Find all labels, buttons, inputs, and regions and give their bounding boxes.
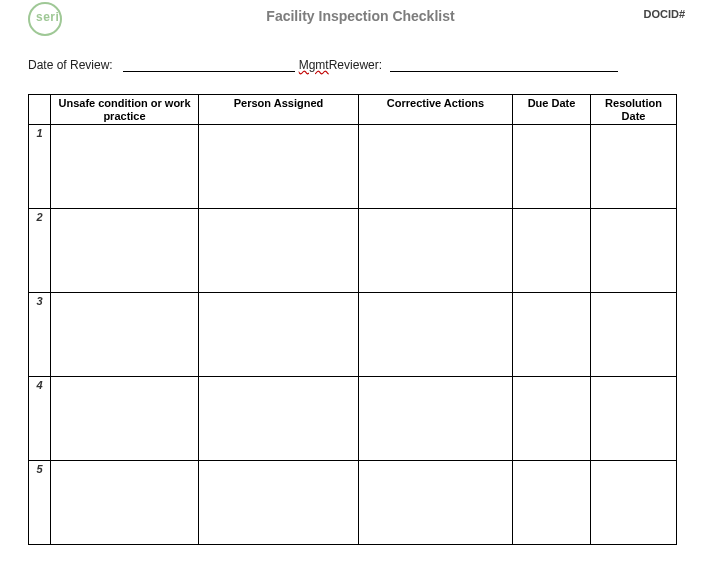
reviewer-text: Reviewer: [329, 58, 382, 72]
cell-due[interactable] [513, 209, 591, 293]
checklist-table-wrap: Unsafe condition or work practice Person… [28, 94, 693, 545]
mgmt-reviewer-input-line[interactable] [390, 58, 618, 72]
cell-person[interactable] [199, 125, 359, 209]
mgmt-reviewer-label: MgmtReviewer: [299, 58, 382, 72]
cell-actions[interactable] [359, 461, 513, 545]
cell-due[interactable] [513, 293, 591, 377]
row-number: 4 [29, 377, 51, 461]
cell-resolution[interactable] [591, 461, 677, 545]
page-title: Facility Inspection Checklist [28, 8, 693, 24]
table-row: 4 [29, 377, 677, 461]
cell-person[interactable] [199, 377, 359, 461]
col-header-person: Person Assigned [199, 95, 359, 125]
cell-actions[interactable] [359, 209, 513, 293]
col-header-num [29, 95, 51, 125]
col-header-actions: Corrective Actions [359, 95, 513, 125]
mgmt-text: Mgmt [299, 58, 329, 72]
table-row: 2 [29, 209, 677, 293]
table-row: 5 [29, 461, 677, 545]
cell-resolution[interactable] [591, 293, 677, 377]
cell-person[interactable] [199, 293, 359, 377]
document-page: seri Facility Inspection Checklist DOCID… [0, 0, 713, 572]
cell-condition[interactable] [51, 125, 199, 209]
meta-row: Date of Review: MgmtReviewer: [28, 58, 693, 72]
header: seri Facility Inspection Checklist DOCID… [28, 6, 693, 34]
cell-actions[interactable] [359, 293, 513, 377]
cell-resolution[interactable] [591, 209, 677, 293]
col-header-resolution: Resolution Date [591, 95, 677, 125]
cell-condition[interactable] [51, 377, 199, 461]
cell-condition[interactable] [51, 461, 199, 545]
table-row: 3 [29, 293, 677, 377]
col-header-condition: Unsafe condition or work practice [51, 95, 199, 125]
cell-due[interactable] [513, 377, 591, 461]
cell-resolution[interactable] [591, 377, 677, 461]
cell-resolution[interactable] [591, 125, 677, 209]
row-number: 2 [29, 209, 51, 293]
table-row: 1 [29, 125, 677, 209]
row-number: 1 [29, 125, 51, 209]
row-number: 3 [29, 293, 51, 377]
date-of-review-label: Date of Review: [28, 58, 113, 72]
date-of-review-input-line[interactable] [123, 58, 295, 72]
cell-actions[interactable] [359, 377, 513, 461]
row-number: 5 [29, 461, 51, 545]
cell-due[interactable] [513, 461, 591, 545]
table-header-row: Unsafe condition or work practice Person… [29, 95, 677, 125]
checklist-table: Unsafe condition or work practice Person… [28, 94, 677, 545]
col-header-due: Due Date [513, 95, 591, 125]
docid-label: DOCID# [643, 8, 685, 20]
cell-condition[interactable] [51, 293, 199, 377]
cell-condition[interactable] [51, 209, 199, 293]
cell-due[interactable] [513, 125, 591, 209]
cell-actions[interactable] [359, 125, 513, 209]
cell-person[interactable] [199, 209, 359, 293]
cell-person[interactable] [199, 461, 359, 545]
table-body: 1 2 3 [29, 125, 677, 545]
